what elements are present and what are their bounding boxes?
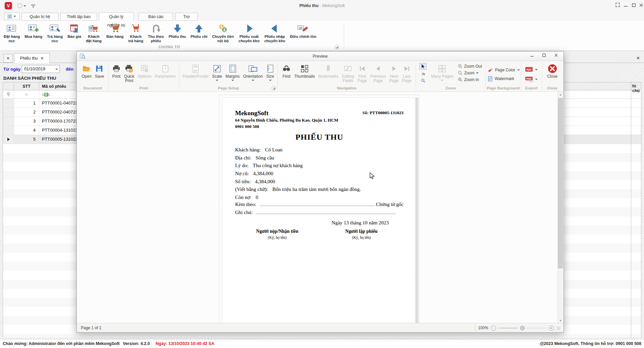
maximize-icon[interactable] <box>630 3 637 9</box>
zoom-region-tool-button[interactable] <box>419 77 427 84</box>
hand-tool-button[interactable] <box>419 70 427 77</box>
svg-text:$: $ <box>223 28 225 32</box>
save-button[interactable]: Save <box>93 63 106 80</box>
date-dropdown-icon[interactable] <box>54 67 59 71</box>
ribbon-item-label: Mua hàng <box>24 34 42 39</box>
ribbon-item-phieu-nhap-chuyen-kho[interactable]: Phiếu nhập chuyển kho <box>262 21 288 43</box>
ribbon-group-dialog-icon[interactable]: ◢ <box>335 45 339 49</box>
preview-maximize-icon[interactable] <box>539 53 549 60</box>
dropdown-caret-icon <box>269 80 272 81</box>
from-date-input[interactable]: 01/10/2019 <box>22 65 60 73</box>
watermark-button[interactable]: Watermark <box>488 75 514 83</box>
tab-tro-giup[interactable]: Trợ giúp <box>175 13 198 21</box>
zoom-slider-track[interactable] <box>499 328 518 328</box>
field-line: Địa chỉ:Sông cầu <box>235 154 404 162</box>
preview-close-icon[interactable] <box>551 53 561 60</box>
from-date-label: Từ ngày <box>3 67 20 72</box>
find-button[interactable]: Find <box>280 63 292 80</box>
ribbon-item-chuyen-tien-noi-bo[interactable]: €$ Chuyển tiền nội bộ <box>210 21 236 43</box>
ribbon-item-label: Thu theo <box>148 34 164 39</box>
print-button[interactable]: Print <box>110 63 122 80</box>
previous-page-icon <box>374 64 382 74</box>
scale-button[interactable]: Scale <box>210 63 224 82</box>
column-separator <box>631 82 631 338</box>
tab-thiet-lap-ban-dau[interactable]: Thiết lập ban đầu <box>60 13 97 21</box>
person-card-plus-icon <box>24 22 42 34</box>
bookmarks-button: Bookmarks <box>317 63 340 80</box>
filter-pin-icon[interactable] <box>3 90 14 98</box>
button-label: Parameters <box>155 74 176 79</box>
scrollbar-thumb[interactable] <box>558 98 563 268</box>
panel-close-right-icon[interactable]: ✕ <box>636 56 640 61</box>
pointer-tool-button[interactable] <box>419 63 427 70</box>
ribbon-item-dieu-chinh-ton[interactable]: ab Điều chỉnh tồn <box>288 21 319 39</box>
tab-bao-cao-thong-ke[interactable]: Báo cáo thống kê <box>139 13 173 21</box>
export-document-button[interactable]: PDF <box>525 66 538 74</box>
ribbon-item-phieu-xuat-chuyen-kho[interactable]: Phiếu xuất chuyển kho <box>236 21 262 43</box>
column-header-stt[interactable]: STT <box>14 82 39 90</box>
zoom-out-button[interactable]: Zoom Out <box>458 63 482 70</box>
zoom-in-button[interactable]: Zoom In <box>458 76 482 83</box>
margins-button[interactable]: Margins <box>224 63 241 82</box>
cell-stt: 1 <box>14 99 39 108</box>
group-label: Page Background <box>486 86 520 91</box>
zoom-slider-track[interactable] <box>527 328 546 328</box>
ribbon-item-khach-dat-hang[interactable]: Khách đặt hàng <box>84 21 104 43</box>
resize-grip[interactable] <box>556 326 560 330</box>
orientation-button[interactable]: Orientation <box>241 63 265 82</box>
document-tab-phieu-thu[interactable]: Phiếu thu ✕ <box>14 53 50 63</box>
button-label: Zoom Out <box>464 64 482 69</box>
size-button[interactable]: Size <box>265 63 276 82</box>
preview-titlebar[interactable]: Preview <box>77 52 564 61</box>
zoom-slider-knob[interactable] <box>520 326 525 330</box>
page-setup-dialog-icon[interactable]: ◢ <box>272 86 276 90</box>
row-indicator <box>3 117 14 126</box>
size-icon <box>266 64 274 74</box>
toolbar-separator <box>485 63 486 90</box>
fullscreen-icon[interactable] <box>614 3 621 9</box>
ribbon-item-bao-gia[interactable]: Báo giá <box>65 21 84 39</box>
close-all-tabs-button[interactable]: ✕ <box>3 54 13 63</box>
tab-close-icon[interactable]: ✕ <box>40 56 44 61</box>
ribbon-item-tra-hang-ncc[interactable]: Trả hàng ncc <box>45 21 65 43</box>
app-menu-button[interactable] <box>4 12 19 20</box>
parameters-button: ? Parameters <box>153 63 177 80</box>
ribbon-item-phieu-chi[interactable]: Phiếu chi <box>188 21 210 39</box>
ribbon-item-label: trả hàng <box>128 39 144 43</box>
minimize-icon[interactable] <box>622 3 629 9</box>
scroll-up-icon[interactable]: ▲ <box>558 92 563 97</box>
ribbon-item-khach-tra-hang[interactable]: Khách trả hàng <box>126 21 146 43</box>
group-label: Page Setup ◢ <box>180 86 277 91</box>
receipt-number: Số: PTT00005-131023 <box>363 110 404 130</box>
preview-minimize-icon[interactable] <box>527 53 537 60</box>
ribbon-item-dat-hang-ncc[interactable]: Đặt hàng ncc <box>1 21 22 43</box>
printer-icon <box>112 64 121 74</box>
page-color-button[interactable]: Page Color <box>488 66 520 74</box>
zoom-button[interactable]: Zoom <box>458 70 482 76</box>
ribbon-item-thu-theo-phieu[interactable]: Thu theo phiếu <box>146 21 166 43</box>
open-button[interactable]: Open <box>80 63 93 80</box>
row-indicator <box>3 99 14 108</box>
status-support: @2023 MekongSoft. Thông tin hỗ trợ: 0901… <box>540 339 641 348</box>
tab-quan-tri-he-thong[interactable]: Quản trị hệ thống <box>21 13 58 21</box>
ribbon-tab-row: Quản trị hệ thống Thiết lập ban đầu Quản… <box>0 12 644 21</box>
preview-scrollbar[interactable]: ▲ ▼ <box>557 92 563 324</box>
toolbar-separator <box>521 63 521 90</box>
close-preview-button[interactable]: Close <box>545 63 559 80</box>
quick-print-button[interactable]: Quick Print <box>122 63 136 84</box>
row-indicator <box>3 135 14 144</box>
toolbar-separator <box>416 63 416 90</box>
zoom-plus-button[interactable]: + <box>549 326 554 331</box>
zoom-minus-button[interactable]: − <box>491 326 496 331</box>
send-via-email-button[interactable]: PDF <box>525 75 538 83</box>
button-label: Page <box>358 79 367 83</box>
ribbon-item-mua-hang[interactable]: Mua hàng <box>22 21 45 39</box>
ribbon-item-phieu-thu[interactable]: Phiếu thu <box>166 21 188 39</box>
button-label: Thumbnails <box>294 74 315 79</box>
thumbnails-button[interactable]: Thumbnails <box>292 63 317 80</box>
pointer-icon <box>421 64 425 69</box>
close-icon[interactable] <box>637 3 644 9</box>
tab-quan-ly-nghiep-vu[interactable]: Quản lý nghiệp vụ <box>99 12 133 21</box>
ribbon-group-label: CHỨNG TỪ <box>0 45 339 49</box>
filter-stt-cell[interactable]: = <box>14 90 39 98</box>
